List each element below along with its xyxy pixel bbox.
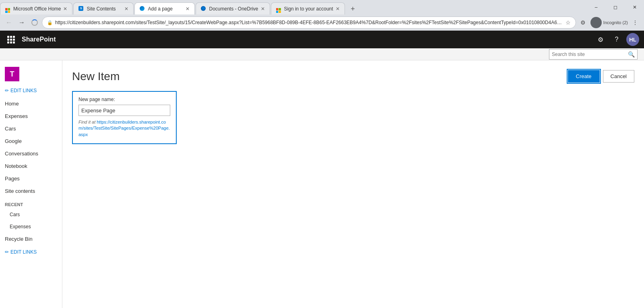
nav-expenses-label: Expenses [5, 113, 28, 119]
url-bar[interactable]: 🔒 https://citizenbuilders.sharepoint.com… [42, 17, 576, 29]
new-tab-button[interactable]: + [347, 3, 359, 14]
nav-recycle-bin[interactable]: Recycle Bin [0, 233, 62, 245]
recent-cars-label: Cars [10, 212, 20, 217]
nav-notebook-label: Notebook [5, 163, 27, 169]
recent-expenses-label: Expenses [10, 224, 31, 229]
recent-expenses[interactable]: Expenses [0, 221, 62, 233]
page-title: New Item [72, 70, 634, 83]
settings-icon[interactable]: ⚙ [594, 33, 607, 46]
pencil-icon-top: ✏ [5, 88, 9, 93]
nav-home-label: Home [5, 101, 19, 107]
new-page-dialog: New page name: Find it at https://citize… [72, 91, 177, 144]
edit-links-top-label: EDIT LINKS [10, 88, 37, 93]
nav-expenses[interactable]: Expenses [0, 110, 62, 122]
cancel-button[interactable]: Cancel [603, 70, 634, 83]
tab-favicon-2: S [78, 6, 84, 12]
help-icon[interactable]: ? [610, 33, 623, 46]
browser-chrome: Microsoft Office Home ✕ S Site Contents … [0, 0, 644, 31]
browser-actions: ⚙ Incognito (2) ⋮ [578, 17, 641, 28]
search-input[interactable] [552, 52, 628, 57]
nav-notebook[interactable]: Notebook [0, 160, 62, 172]
nav-google[interactable]: Google [0, 135, 62, 147]
nav-conversations-label: Conversations [5, 151, 38, 157]
edit-links-bottom[interactable]: ✏ EDIT LINKS [0, 245, 62, 259]
tab-1[interactable]: Microsoft Office Home ✕ [0, 2, 72, 14]
nav-google-label: Google [5, 138, 22, 144]
sharepoint-logo[interactable]: SharePoint [22, 36, 56, 43]
tab-title-5: Sign in to your account [284, 6, 333, 12]
tab-title-1: Microsoft Office Home [13, 6, 61, 12]
lock-icon: 🔒 [47, 20, 53, 25]
nav-home[interactable]: Home [0, 97, 62, 110]
dialog-label: New page name: [78, 97, 170, 102]
main-content: New Item New page name: Find it at https… [62, 60, 644, 308]
forward-button[interactable]: → [16, 17, 27, 28]
nav-pages[interactable]: Pages [0, 172, 62, 185]
site-icon-letter: T [10, 70, 14, 79]
tab-close-4[interactable]: ✕ [261, 6, 265, 12]
tab-close-2[interactable]: ✕ [124, 6, 128, 12]
tab-2[interactable]: S Site Contents ✕ [73, 2, 134, 14]
site-icon-area: T [0, 60, 62, 86]
tab-close-5[interactable]: ✕ [336, 6, 340, 12]
close-button[interactable]: ✕ [625, 1, 644, 14]
recent-cars[interactable]: Cars [0, 209, 62, 221]
tab-title-3: Add a page [148, 6, 183, 12]
menu-button[interactable]: ⋮ [630, 17, 641, 28]
incognito-label: Incognito (2) [603, 20, 628, 25]
nav-site-contents[interactable]: Site contents [0, 185, 62, 197]
tab-3-active[interactable]: Add a page ✕ [134, 2, 195, 14]
url-text: https://citizenbuilders.sharepoint.com/s… [55, 20, 563, 25]
notification-bar: 🔍 [0, 48, 644, 60]
nav-cars[interactable]: Cars [0, 122, 62, 135]
find-it-area: Find it at https://citizenbuilders.share… [78, 119, 170, 138]
tab-close-3[interactable]: ✕ [186, 6, 190, 12]
reload-button[interactable] [29, 17, 40, 28]
find-it-label: Find it at [78, 120, 95, 124]
nav-conversations[interactable]: Conversations [0, 147, 62, 160]
page-layout: T ✏ EDIT LINKS Home Expenses Cars Google… [0, 60, 644, 308]
tab-4[interactable]: Documents - OneDrive ✕ [196, 2, 270, 14]
tab-bar-row: Microsoft Office Home ✕ S Site Contents … [0, 0, 644, 14]
edit-links-bottom-label: EDIT LINKS [10, 249, 37, 255]
tab-5[interactable]: Sign in to your account ✕ [271, 2, 345, 14]
tab-title-2: Site Contents [87, 6, 122, 12]
restore-button[interactable]: ◻ [606, 1, 625, 14]
search-bar[interactable]: 🔍 [549, 49, 638, 60]
address-bar: ← → 🔒 https://citizenbuilders.sharepoint… [0, 14, 644, 31]
pencil-icon-bottom: ✏ [5, 249, 9, 255]
window-controls: – ◻ ✕ [587, 1, 644, 14]
recent-section-label: Recent [0, 197, 62, 209]
minimize-button[interactable]: – [587, 1, 605, 14]
site-icon: T [5, 67, 19, 81]
tab-close-1[interactable]: ✕ [63, 6, 67, 12]
sidebar: T ✏ EDIT LINKS Home Expenses Cars Google… [0, 60, 62, 308]
user-avatar[interactable]: HL [626, 33, 639, 46]
page-name-input[interactable] [78, 105, 170, 116]
tab-favicon-3 [140, 6, 145, 12]
nav-site-contents-label: Site contents [5, 188, 35, 194]
tab-favicon-1 [5, 6, 11, 12]
bookmark-icon[interactable]: ☆ [566, 19, 571, 26]
tab-favicon-4 [201, 6, 206, 12]
topnav-icons: ⚙ ? HL [594, 33, 639, 46]
recycle-bin-label: Recycle Bin [5, 236, 33, 242]
extensions-button[interactable]: ⚙ [578, 17, 589, 28]
nav-pages-label: Pages [5, 176, 20, 182]
tab-favicon-5 [276, 6, 282, 12]
tabs-area: Microsoft Office Home ✕ S Site Contents … [0, 0, 587, 14]
edit-links-top[interactable]: ✏ EDIT LINKS [0, 86, 62, 97]
nav-cars-label: Cars [5, 126, 16, 132]
search-button[interactable]: 🔍 [628, 51, 635, 58]
create-button[interactable]: Create [568, 70, 600, 83]
profile-button[interactable] [590, 17, 602, 28]
action-buttons: Create Cancel [568, 70, 635, 83]
waffle-icon[interactable] [5, 33, 17, 45]
back-button[interactable]: ← [3, 17, 14, 28]
tab-title-4: Documents - OneDrive [209, 6, 258, 12]
sharepoint-topnav: SharePoint ⚙ ? HL [0, 31, 644, 48]
